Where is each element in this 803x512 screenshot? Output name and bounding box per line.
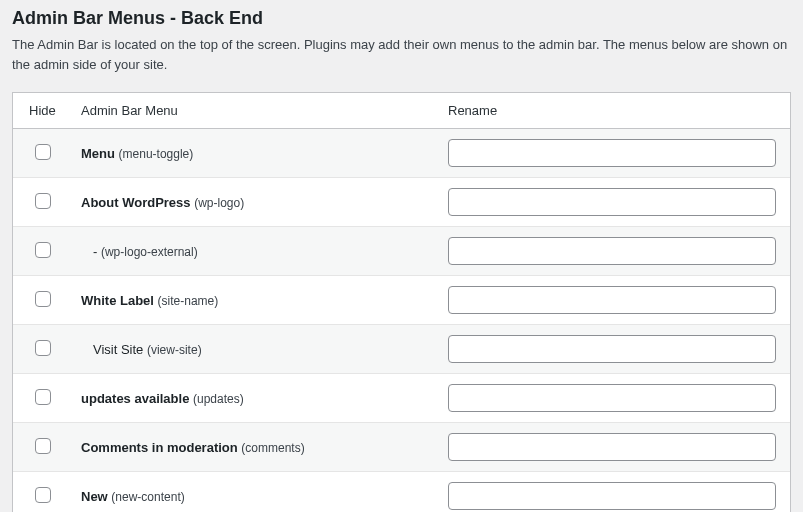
rename-input[interactable] [448,384,776,412]
column-header-rename: Rename [440,93,790,129]
menu-label-text: Visit Site [93,342,147,357]
rename-input[interactable] [448,286,776,314]
menu-label-text: updates available [81,391,193,406]
page-title: Admin Bar Menus - Back End [12,8,791,29]
rename-input[interactable] [448,433,776,461]
table-row: About WordPress (wp-logo) [13,178,790,227]
menu-label: Comments in moderation (comments) [81,440,305,455]
menu-label-text: White Label [81,293,158,308]
menu-label-slug: (menu-toggle) [119,147,194,161]
table-row: White Label (site-name) [13,276,790,325]
menu-label-text: Menu [81,146,119,161]
menu-label-slug: (wp-logo) [194,196,244,210]
table-row: Visit Site (view-site) [13,325,790,374]
menu-label: New (new-content) [81,489,185,504]
hide-checkbox[interactable] [35,340,51,356]
table-row: New (new-content) [13,472,790,513]
hide-checkbox[interactable] [35,291,51,307]
menu-label: About WordPress (wp-logo) [81,195,244,210]
menu-label: Menu (menu-toggle) [81,146,193,161]
hide-checkbox[interactable] [35,144,51,160]
table-row: Comments in moderation (comments) [13,423,790,472]
hide-checkbox[interactable] [35,487,51,503]
rename-input[interactable] [448,139,776,167]
column-header-menu: Admin Bar Menu [73,93,440,129]
hide-checkbox[interactable] [35,193,51,209]
table-row: Menu (menu-toggle) [13,129,790,178]
menu-label-slug: (wp-logo-external) [101,245,198,259]
table-row: - (wp-logo-external) [13,227,790,276]
rename-input[interactable] [448,237,776,265]
menu-label-slug: (new-content) [111,490,184,504]
hide-checkbox[interactable] [35,389,51,405]
admin-bar-table: Hide Admin Bar Menu Rename Menu (menu-to… [12,92,791,512]
menu-label: White Label (site-name) [81,293,218,308]
menu-label: updates available (updates) [81,391,244,406]
menu-label-text: About WordPress [81,195,194,210]
hide-checkbox[interactable] [35,438,51,454]
menu-label-text: New [81,489,111,504]
rename-input[interactable] [448,482,776,510]
menu-label: Visit Site (view-site) [81,342,202,357]
rename-input[interactable] [448,188,776,216]
hide-checkbox[interactable] [35,242,51,258]
menu-label-text: Comments in moderation [81,440,241,455]
page-description: The Admin Bar is located on the top of t… [12,35,791,74]
menu-label-text: - [93,244,101,259]
rename-input[interactable] [448,335,776,363]
column-header-hide: Hide [13,93,73,129]
menu-label-slug: (site-name) [158,294,219,308]
menu-label: - (wp-logo-external) [81,244,198,259]
menu-label-slug: (updates) [193,392,244,406]
menu-label-slug: (view-site) [147,343,202,357]
menu-label-slug: (comments) [241,441,304,455]
table-row: updates available (updates) [13,374,790,423]
